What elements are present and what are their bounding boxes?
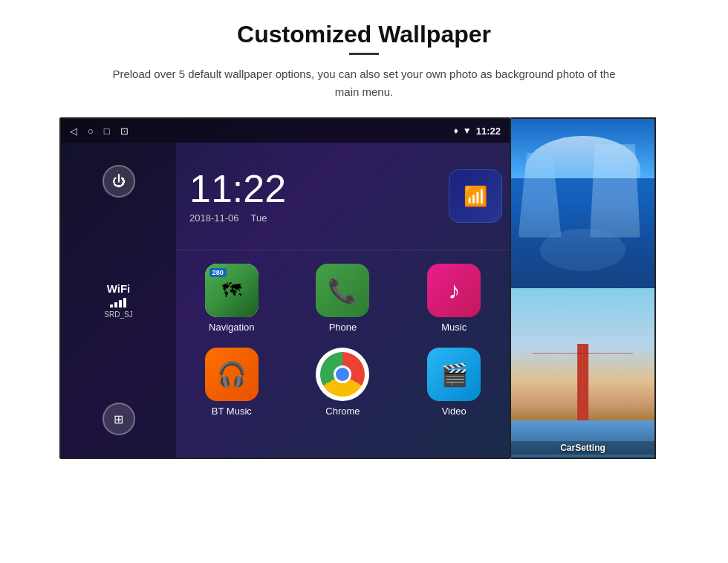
top-apps-row: 📶 bbox=[441, 143, 510, 250]
time-section: 11:22 2018-11-06 Tue 📶 bbox=[176, 143, 510, 250]
day-value: Tue bbox=[251, 212, 267, 224]
bridge-image bbox=[511, 288, 654, 458]
wifi-wave-icon: 📶 bbox=[464, 185, 487, 208]
apps-grid: 280 🗺 Navigation 📞 Phone bbox=[176, 250, 510, 430]
chrome-inner-circle bbox=[334, 365, 351, 383]
clapperboard-icon: 🎬 bbox=[441, 362, 468, 388]
app-item-navigation[interactable]: 280 🗺 Navigation bbox=[176, 256, 287, 340]
phone-handset-icon: 📞 bbox=[328, 276, 357, 305]
status-bar-right: ♦ ▼ 11:22 bbox=[454, 126, 501, 137]
wifi-signal-icon: ▼ bbox=[463, 126, 472, 136]
android-screen: ◁ ○ □ ⊡ ♦ ▼ 11:22 ⏻ WiFi bbox=[59, 117, 511, 459]
date-display: 2018-11-06 Tue bbox=[189, 212, 428, 224]
wifi-ssid: SRD_SJ bbox=[104, 310, 132, 319]
status-bar: ◁ ○ □ ⊡ ♦ ▼ 11:22 bbox=[61, 119, 510, 143]
main-content: 11:22 2018-11-06 Tue 📶 bbox=[176, 143, 510, 458]
bridge-cable bbox=[533, 353, 633, 354]
screen-with-wallpapers: ◁ ○ □ ⊡ ♦ ▼ 11:22 ⏻ WiFi bbox=[59, 117, 669, 459]
video-label: Video bbox=[442, 406, 467, 417]
music-icon: ♪ bbox=[427, 264, 481, 317]
signal-app-icon[interactable]: 📶 bbox=[449, 169, 502, 223]
music-note-icon: ♪ bbox=[448, 277, 460, 305]
navigation-icon: 280 🗺 bbox=[205, 264, 259, 317]
bluetooth-icon: 🎧 bbox=[217, 360, 247, 388]
apps-button[interactable]: ⊞ bbox=[103, 403, 135, 435]
page-subtitle: Preload over 5 default wallpaper options… bbox=[111, 65, 617, 101]
title-divider bbox=[349, 53, 379, 55]
clock-display: 11:22 bbox=[189, 169, 428, 208]
bridge-tower-right bbox=[583, 344, 589, 420]
app-item-chrome[interactable]: Chrome bbox=[287, 340, 399, 424]
music-label: Music bbox=[441, 322, 467, 333]
wifi-bar-2 bbox=[114, 302, 117, 307]
status-bar-nav: ◁ ○ □ ⊡ bbox=[70, 126, 129, 137]
apps-grid-icon: ⊞ bbox=[114, 412, 123, 426]
phone-icon: 📞 bbox=[316, 264, 369, 317]
power-button[interactable]: ⏻ bbox=[103, 165, 135, 198]
wifi-bar-1 bbox=[110, 305, 113, 307]
app-item-bt-music[interactable]: 🎧 BT Music bbox=[176, 340, 287, 424]
chrome-outer-ring bbox=[320, 352, 365, 397]
wifi-bar-4 bbox=[123, 298, 126, 307]
page-title: Customized Wallpaper bbox=[237, 21, 491, 48]
bt-music-label: BT Music bbox=[212, 406, 252, 417]
power-icon: ⏻ bbox=[112, 174, 126, 189]
ice-shard-2 bbox=[590, 144, 640, 237]
location-icon: ♦ bbox=[454, 126, 458, 136]
wallpaper-panel: CarSetting bbox=[511, 117, 656, 459]
time-widget: 11:22 2018-11-06 Tue bbox=[176, 143, 441, 250]
wifi-bar-3 bbox=[119, 300, 122, 307]
recent-nav-icon[interactable]: □ bbox=[104, 126, 110, 137]
bridge-tower-left bbox=[577, 344, 583, 420]
home-nav-icon[interactable]: ○ bbox=[88, 126, 94, 137]
photo-nav-icon[interactable]: ⊡ bbox=[120, 126, 129, 137]
carsetting-label: CarSetting bbox=[511, 441, 654, 455]
nav-icon-inner: 280 🗺 bbox=[205, 264, 259, 317]
navigation-label: Navigation bbox=[209, 322, 254, 333]
status-time: 11:22 bbox=[476, 126, 501, 137]
wallpaper-ice-cave[interactable] bbox=[511, 119, 654, 288]
back-nav-icon[interactable]: ◁ bbox=[70, 126, 77, 137]
wallpaper-bridge[interactable]: CarSetting bbox=[511, 288, 654, 458]
date-value: 2018-11-06 bbox=[189, 212, 239, 224]
wifi-label: WiFi bbox=[104, 282, 132, 295]
app-item-video[interactable]: 🎬 Video bbox=[398, 340, 510, 424]
bt-music-icon: 🎧 bbox=[205, 348, 259, 401]
chrome-icon bbox=[316, 348, 369, 401]
ice-cave-image bbox=[511, 119, 654, 288]
left-sidebar: ⏻ WiFi SRD_SJ ⊞ bbox=[61, 143, 176, 458]
chrome-label: Chrome bbox=[325, 406, 360, 417]
wifi-widget: WiFi SRD_SJ bbox=[104, 282, 132, 319]
app-item-phone[interactable]: 📞 Phone bbox=[287, 256, 399, 340]
video-icon: 🎬 bbox=[427, 348, 481, 401]
wifi-bars bbox=[104, 298, 132, 307]
nav-badge: 280 bbox=[209, 268, 227, 277]
app-item-music[interactable]: ♪ Music bbox=[398, 256, 510, 340]
phone-label: Phone bbox=[329, 322, 357, 333]
map-icon: 🗺 bbox=[222, 279, 241, 302]
ice-reflection bbox=[540, 229, 626, 271]
